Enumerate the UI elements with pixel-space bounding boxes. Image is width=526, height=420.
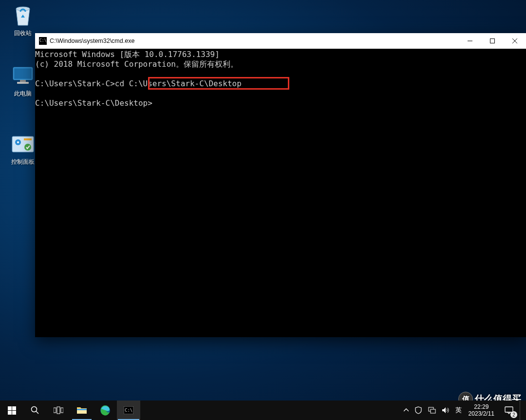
svg-line-19 xyxy=(36,411,38,414)
cmd-body[interactable]: Microsoft Windows [版本 10.0.17763.1339] (… xyxy=(35,49,526,337)
svg-point-8 xyxy=(24,144,31,151)
file-explorer-icon xyxy=(76,406,87,415)
cmd-window: C:\Windows\system32\cmd.exe Microsoft Wi… xyxy=(35,33,526,337)
windows-logo-icon xyxy=(8,406,16,415)
svg-rect-4 xyxy=(17,82,29,84)
speaker-icon xyxy=(442,407,450,414)
control-panel-icon xyxy=(11,133,35,156)
task-view-button[interactable] xyxy=(47,401,70,420)
cmd-title-text: C:\Windows\system32\cmd.exe xyxy=(50,38,459,44)
taskbar: C:\ 英 22:29 2023/ xyxy=(0,401,526,420)
svg-point-18 xyxy=(32,407,37,412)
cmd-taskbar-icon: C:\ xyxy=(124,406,133,414)
taskbar-spacer xyxy=(140,401,401,420)
cmd-prompt: C:\Users\Stark-C> xyxy=(35,79,115,88)
ime-label: 英 xyxy=(455,406,462,415)
svg-rect-9 xyxy=(24,138,32,140)
task-view-icon xyxy=(54,406,63,414)
tray-overflow-button[interactable] xyxy=(401,401,412,420)
cmd-output-line: (c) 2018 Microsoft Corporation。保留所有权利。 xyxy=(35,59,238,69)
cmd-entered-command: cd C:\Users\Stark-C\Desktop xyxy=(115,79,242,88)
chevron-up-icon xyxy=(404,408,409,413)
svg-rect-22 xyxy=(61,408,63,413)
svg-rect-17 xyxy=(12,411,16,415)
search-button[interactable] xyxy=(23,401,47,420)
this-pc-icon xyxy=(11,64,35,88)
action-center-button[interactable]: 2 xyxy=(498,401,520,420)
svg-rect-2 xyxy=(14,68,32,79)
svg-rect-20 xyxy=(54,408,56,413)
minimize-button[interactable] xyxy=(459,33,481,49)
show-desktop-button[interactable] xyxy=(520,401,526,420)
svg-rect-11 xyxy=(490,39,495,43)
cmd-titlebar[interactable]: C:\Windows\system32\cmd.exe xyxy=(35,33,526,49)
taskbar-app-file-explorer[interactable] xyxy=(70,401,94,420)
svg-rect-15 xyxy=(12,406,16,410)
taskbar-app-edge[interactable] xyxy=(94,401,117,420)
tray-volume-button[interactable] xyxy=(439,401,452,420)
close-button[interactable] xyxy=(504,33,526,49)
cmd-icon xyxy=(39,37,47,45)
search-icon xyxy=(31,406,39,415)
cmd-prompt: C:\Users\Stark-C\Desktop> xyxy=(35,98,152,108)
svg-rect-16 xyxy=(8,411,12,415)
tray-date: 2023/2/11 xyxy=(469,410,494,417)
tray-security-icon[interactable] xyxy=(412,401,425,420)
start-button[interactable] xyxy=(0,401,23,420)
taskbar-app-cmd[interactable]: C:\ xyxy=(117,401,140,420)
svg-rect-24 xyxy=(77,409,87,410)
notification-count-badge: 2 xyxy=(510,411,517,418)
svg-rect-21 xyxy=(57,407,60,414)
system-tray: 英 22:29 2023/2/11 2 xyxy=(401,401,526,420)
tray-clock[interactable]: 22:29 2023/2/11 xyxy=(465,401,498,420)
tray-time: 22:29 xyxy=(474,403,488,410)
svg-rect-3 xyxy=(20,80,26,82)
desktop-icon-recycle-bin[interactable]: 回收站 xyxy=(5,4,41,38)
svg-rect-14 xyxy=(8,406,12,410)
tray-ime-button[interactable]: 英 xyxy=(452,401,465,420)
svg-text:C:\: C:\ xyxy=(125,408,132,413)
svg-point-7 xyxy=(17,141,19,143)
svg-rect-29 xyxy=(431,409,435,413)
tray-network-button[interactable] xyxy=(425,401,439,420)
maximize-button[interactable] xyxy=(481,33,504,49)
network-icon xyxy=(428,407,436,414)
shield-icon xyxy=(414,406,422,414)
edge-icon xyxy=(100,405,111,416)
recycle-bin-icon xyxy=(11,4,35,27)
cmd-output-line: Microsoft Windows [版本 10.0.17763.1339] xyxy=(35,50,220,59)
